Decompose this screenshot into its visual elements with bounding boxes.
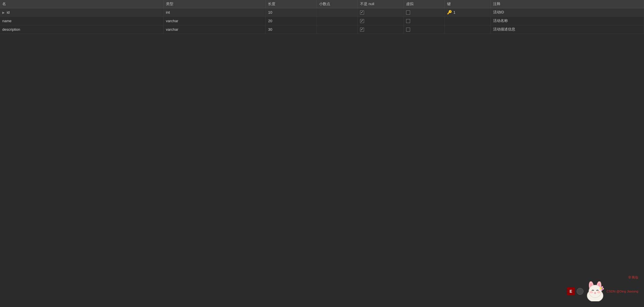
cell-name-name[interactable]: name — [0, 17, 163, 25]
cell-virtual-description[interactable] — [404, 25, 444, 34]
table-row[interactable]: ▶ id int 10 🔑 1 活动ID — [0, 8, 644, 17]
svg-point-11 — [602, 288, 604, 290]
database-table: 名 类型 长度 小数点 不是 null 虚拟 键 注释 ▶ id int 10 — [0, 0, 644, 34]
cell-length-id[interactable]: 10 — [266, 8, 317, 17]
row-arrow-icon: ▶ — [2, 11, 5, 15]
watermark-line1: 辛夷妆 — [628, 275, 638, 280]
cell-comment-id[interactable]: 活动ID — [491, 8, 644, 17]
table-structure: 名 类型 长度 小数点 不是 null 虚拟 键 注释 ▶ id int 10 — [0, 0, 644, 34]
cell-key-description[interactable] — [444, 25, 491, 34]
bottom-icons-bar: E CSDN @ — [567, 281, 638, 301]
virtual-checkbox-id[interactable] — [406, 11, 410, 15]
cell-notnull-name[interactable] — [358, 17, 404, 25]
cell-name-description[interactable]: description — [0, 25, 163, 34]
watermark-line2: CSDN @Ding Jiaxiong — [607, 290, 638, 293]
header-notnull: 不是 null — [358, 0, 404, 8]
virtual-checkbox-description[interactable] — [406, 28, 410, 32]
notnull-checkbox-id[interactable] — [360, 11, 364, 15]
cell-comment-description[interactable]: 活动描述信息 — [491, 25, 644, 34]
cell-decimal-name[interactable] — [317, 17, 358, 25]
cell-decimal-description[interactable] — [317, 25, 358, 34]
editor-icon: E — [567, 287, 575, 295]
bunny-mascot — [585, 281, 605, 301]
cell-type-description[interactable]: varchar — [163, 25, 266, 34]
field-name-description: description — [2, 27, 20, 32]
cell-key-name[interactable] — [444, 17, 491, 25]
notnull-checkbox-description[interactable] — [360, 28, 364, 32]
header-key: 键 — [444, 0, 491, 8]
cell-length-description[interactable]: 30 — [266, 25, 317, 34]
cell-key-id[interactable]: 🔑 1 — [444, 8, 491, 17]
header-decimal: 小数点 — [317, 0, 358, 8]
header-type: 类型 — [163, 0, 266, 8]
svg-point-8 — [594, 292, 596, 293]
cell-virtual-id[interactable] — [404, 8, 444, 17]
svg-point-12 — [601, 289, 603, 291]
key-number: 1 — [453, 10, 455, 15]
header-name: 名 — [0, 0, 163, 8]
virtual-checkbox-name[interactable] — [406, 19, 410, 23]
header-virtual: 虚拟 — [404, 0, 444, 8]
cell-virtual-name[interactable] — [404, 17, 444, 25]
table-header-row: 名 类型 长度 小数点 不是 null 虚拟 键 注释 — [0, 0, 644, 8]
watermark: 辛夷妆 E — [567, 275, 638, 301]
cell-type-name[interactable]: varchar — [163, 17, 266, 25]
key-icon: 🔑 — [447, 10, 452, 15]
field-name-id: id — [7, 10, 10, 15]
svg-point-6 — [590, 291, 593, 293]
cell-length-name[interactable]: 20 — [266, 17, 317, 25]
cell-type-id[interactable]: int — [163, 8, 266, 17]
notnull-checkbox-name[interactable] — [360, 19, 364, 23]
cell-decimal-id[interactable] — [317, 8, 358, 17]
field-name-name: name — [2, 19, 12, 23]
table-row[interactable]: description varchar 30 活动描述信息 — [0, 25, 644, 34]
table-row[interactable]: name varchar 20 活动名称 — [0, 17, 644, 25]
cell-notnull-id[interactable] — [358, 8, 404, 17]
svg-point-10 — [601, 286, 603, 288]
cell-name-id[interactable]: ▶ id — [0, 8, 163, 17]
header-length: 长度 — [266, 0, 317, 8]
header-comment: 注释 — [491, 0, 644, 8]
dot-icon — [577, 288, 583, 295]
svg-point-7 — [597, 291, 601, 293]
cell-notnull-description[interactable] — [358, 25, 404, 34]
cell-comment-name[interactable]: 活动名称 — [491, 17, 644, 25]
